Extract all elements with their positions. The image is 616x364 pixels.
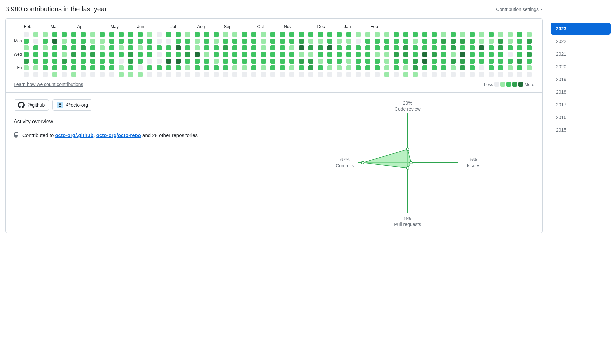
contribution-cell[interactable] xyxy=(185,45,190,50)
contribution-cell[interactable] xyxy=(185,59,190,64)
contribution-cell[interactable] xyxy=(365,65,370,70)
contribution-cell[interactable] xyxy=(460,59,465,64)
contribution-cell[interactable] xyxy=(242,59,247,64)
contribution-cell[interactable] xyxy=(394,72,399,77)
contribution-cell[interactable] xyxy=(356,32,361,37)
contribution-cell[interactable] xyxy=(261,39,266,44)
contribution-cell[interactable] xyxy=(90,45,95,50)
contribution-cell[interactable] xyxy=(289,52,294,57)
contribution-cell[interactable] xyxy=(308,52,313,57)
contribution-cell[interactable] xyxy=(195,52,200,57)
contribution-cell[interactable] xyxy=(498,32,503,37)
contribution-cell[interactable] xyxy=(289,59,294,64)
contribution-cell[interactable] xyxy=(403,59,408,64)
contribution-cell[interactable] xyxy=(517,59,522,64)
contribution-cell[interactable] xyxy=(403,72,408,77)
contribution-cell[interactable] xyxy=(119,39,124,44)
contribution-cell[interactable] xyxy=(109,45,114,50)
contribution-cell[interactable] xyxy=(489,65,494,70)
contribution-cell[interactable] xyxy=(527,52,532,57)
contribution-cell[interactable] xyxy=(470,39,475,44)
year-filter-2016[interactable]: 2016 xyxy=(551,111,611,123)
contribution-cell[interactable] xyxy=(204,39,209,44)
contribution-cell[interactable] xyxy=(128,65,133,70)
contribution-cell[interactable] xyxy=(327,39,332,44)
contribution-cell[interactable] xyxy=(403,39,408,44)
contribution-cell[interactable] xyxy=(318,65,323,70)
contribution-cell[interactable] xyxy=(185,65,190,70)
contribution-cell[interactable] xyxy=(413,65,418,70)
contribution-cell[interactable] xyxy=(517,65,522,70)
contribution-cell[interactable] xyxy=(261,45,266,50)
year-filter-2021[interactable]: 2021 xyxy=(551,48,611,60)
contribution-cell[interactable] xyxy=(365,39,370,44)
contribution-cell[interactable] xyxy=(176,59,181,64)
contribution-cell[interactable] xyxy=(327,52,332,57)
contribution-cell[interactable] xyxy=(251,32,256,37)
contribution-cell[interactable] xyxy=(308,65,313,70)
year-filter-2019[interactable]: 2019 xyxy=(551,73,611,85)
contribution-cell[interactable] xyxy=(375,65,380,70)
contribution-cell[interactable] xyxy=(299,39,304,44)
contribution-cell[interactable] xyxy=(375,52,380,57)
contribution-cell[interactable] xyxy=(52,39,57,44)
contribution-cell[interactable] xyxy=(394,45,399,50)
contribution-cell[interactable] xyxy=(119,65,124,70)
year-filter-2020[interactable]: 2020 xyxy=(551,61,611,73)
contribution-cell[interactable] xyxy=(432,45,437,50)
contribution-cell[interactable] xyxy=(356,72,361,77)
contribution-cell[interactable] xyxy=(185,39,190,44)
repo-link-1[interactable]: octo-org/.github xyxy=(55,132,93,138)
contribution-cell[interactable] xyxy=(223,45,228,50)
contribution-cell[interactable] xyxy=(128,32,133,37)
repo-link-2[interactable]: octo-org/octo-repo xyxy=(96,132,141,138)
contribution-cell[interactable] xyxy=(422,65,427,70)
contribution-cell[interactable] xyxy=(356,59,361,64)
contribution-cell[interactable] xyxy=(451,65,456,70)
contribution-cell[interactable] xyxy=(422,32,427,37)
contribution-cell[interactable] xyxy=(365,52,370,57)
contribution-cell[interactable] xyxy=(403,65,408,70)
contribution-cell[interactable] xyxy=(384,72,389,77)
contribution-cell[interactable] xyxy=(384,32,389,37)
contribution-cell[interactable] xyxy=(147,72,152,77)
contribution-cell[interactable] xyxy=(157,32,162,37)
contribution-cell[interactable] xyxy=(24,72,29,77)
contribution-cell[interactable] xyxy=(479,32,484,37)
contribution-cell[interactable] xyxy=(270,39,275,44)
contribution-cell[interactable] xyxy=(166,65,171,70)
contribution-cell[interactable] xyxy=(394,32,399,37)
contribution-cell[interactable] xyxy=(100,39,105,44)
contribution-cell[interactable] xyxy=(223,59,228,64)
contribution-cell[interactable] xyxy=(308,59,313,64)
contribution-cell[interactable] xyxy=(128,39,133,44)
contribution-cell[interactable] xyxy=(346,39,351,44)
contribution-cell[interactable] xyxy=(138,39,143,44)
contribution-cell[interactable] xyxy=(327,72,332,77)
contribution-cell[interactable] xyxy=(251,45,256,50)
contribution-cell[interactable] xyxy=(489,52,494,57)
contribution-cell[interactable] xyxy=(289,72,294,77)
contribution-cell[interactable] xyxy=(460,32,465,37)
contribution-cell[interactable] xyxy=(489,59,494,64)
contribution-cell[interactable] xyxy=(318,72,323,77)
contribution-cell[interactable] xyxy=(346,65,351,70)
contribution-cell[interactable] xyxy=(223,39,228,44)
contribution-cell[interactable] xyxy=(375,45,380,50)
contribution-cell[interactable] xyxy=(460,52,465,57)
contribution-cell[interactable] xyxy=(251,59,256,64)
contribution-cell[interactable] xyxy=(204,52,209,57)
contribution-cell[interactable] xyxy=(527,45,532,50)
contribution-cell[interactable] xyxy=(71,39,76,44)
contribution-cell[interactable] xyxy=(337,59,342,64)
contribution-cell[interactable] xyxy=(232,32,237,37)
contribution-cell[interactable] xyxy=(270,45,275,50)
contribution-cell[interactable] xyxy=(356,45,361,50)
contribution-cell[interactable] xyxy=(62,52,67,57)
contribution-cell[interactable] xyxy=(43,52,48,57)
contribution-cell[interactable] xyxy=(441,65,446,70)
contribution-cell[interactable] xyxy=(62,72,67,77)
contribution-cell[interactable] xyxy=(128,45,133,50)
contribution-cell[interactable] xyxy=(498,65,503,70)
contribution-cell[interactable] xyxy=(109,52,114,57)
